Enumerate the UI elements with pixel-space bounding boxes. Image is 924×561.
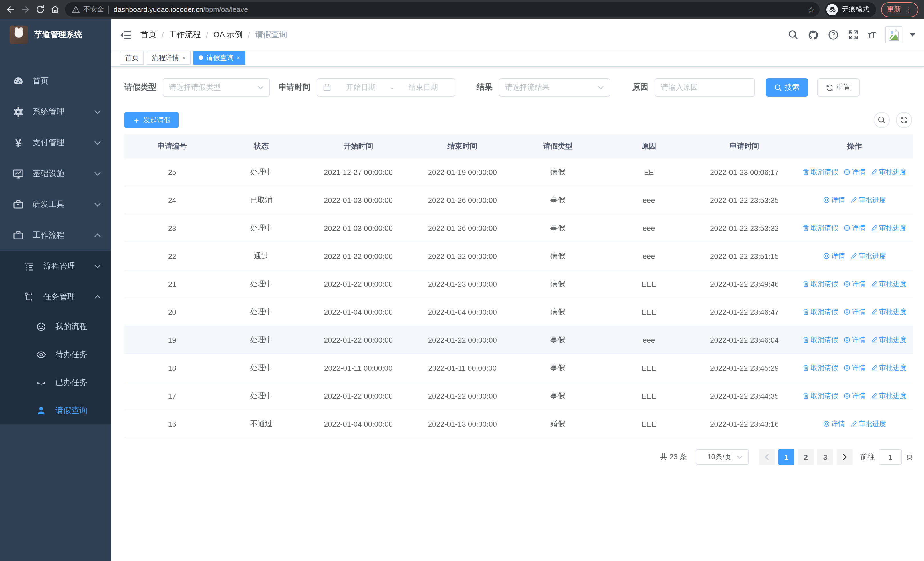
not-secure-badge[interactable]: 不安全	[72, 5, 104, 14]
help-icon[interactable]	[828, 30, 838, 40]
detail-action-link[interactable]: 详情	[823, 419, 845, 429]
end-time-cell: 2022-01-26 00:00:00	[414, 196, 511, 204]
sidebar-item-leave-query[interactable]: 请假查询	[0, 397, 111, 424]
tab-home[interactable]: 首页	[120, 51, 144, 65]
search-button[interactable]: 搜索	[766, 78, 808, 96]
detail-action-link[interactable]: 详情	[843, 335, 866, 345]
trash-icon	[802, 281, 809, 287]
cancel-action-link[interactable]: 取消请假	[802, 307, 838, 317]
update-label: 更新	[887, 5, 901, 14]
detail-action-link[interactable]: 详情	[843, 307, 866, 317]
detail-action-link[interactable]: 详情	[843, 391, 866, 401]
table-row: 23处理中2022-01-03 00:00:002022-01-26 00:00…	[124, 214, 913, 242]
start-date-input[interactable]: 开始日期	[335, 82, 387, 93]
refresh-icon	[900, 116, 908, 124]
sidebar-item-process-mgmt[interactable]: 流程管理	[0, 251, 111, 282]
bookmark-star-icon[interactable]: ☆	[807, 5, 815, 14]
cancel-action-link[interactable]: 取消请假	[802, 223, 838, 233]
browser-menu-icon[interactable]: ⋮	[905, 6, 913, 13]
progress-action-link[interactable]: 审批进度	[850, 195, 886, 205]
status-cell: 已取消	[220, 195, 303, 205]
breadcrumb-workflow[interactable]: 工作流程	[169, 30, 201, 40]
reason-input[interactable]: 请输入原因	[655, 78, 755, 96]
sidebar-collapse-icon[interactable]	[120, 29, 131, 41]
progress-action-link[interactable]: 审批进度	[871, 363, 907, 373]
page-button-1[interactable]: 1	[778, 449, 795, 465]
status-cell: 处理中	[220, 167, 303, 177]
progress-action-link[interactable]: 审批进度	[871, 167, 907, 177]
progress-action-link[interactable]: 审批进度	[850, 419, 886, 429]
cancel-action-link[interactable]: 取消请假	[802, 279, 838, 289]
browser-reload-icon[interactable]	[35, 5, 45, 14]
sidebar-item-workflow[interactable]: 工作流程	[0, 220, 111, 251]
sidebar-item-system[interactable]: 系统管理	[0, 96, 111, 127]
search-icon[interactable]	[788, 30, 798, 40]
browser-home-icon[interactable]	[50, 5, 60, 14]
sidebar-item-infrastructure[interactable]: 基础设施	[0, 158, 111, 189]
tab-leave-query[interactable]: 请假查询 ×	[194, 51, 245, 65]
detail-action-link[interactable]: 详情	[823, 251, 845, 261]
breadcrumb-home[interactable]: 首页	[140, 30, 156, 40]
sidebar-item-todo-tasks[interactable]: 待办任务	[0, 340, 111, 368]
result-select[interactable]: 请选择流结果	[499, 78, 610, 96]
user-avatar[interactable]	[885, 26, 902, 44]
fullscreen-icon[interactable]	[848, 30, 858, 40]
top-navbar: 首页 / 工作流程 / OA 示例 / 请假查询	[111, 19, 924, 51]
create-leave-button[interactable]: ＋ 发起请假	[124, 112, 178, 128]
browser-forward-icon[interactable]	[21, 5, 30, 14]
cancel-action-link[interactable]: 取消请假	[802, 391, 838, 401]
table-refresh-button[interactable]	[896, 112, 912, 128]
sidebar-item-payment[interactable]: ¥ 支付管理	[0, 127, 111, 158]
trash-icon	[802, 168, 809, 175]
end-time-cell: 2022-01-19 00:00:00	[414, 168, 511, 176]
avatar-caret-icon[interactable]	[910, 33, 915, 36]
apply-time-range-picker[interactable]: 开始日期 - 结束日期	[317, 78, 455, 96]
reason-cell: EEE	[604, 392, 693, 400]
page-size-select[interactable]: 10条/页	[696, 449, 749, 465]
detail-action-link[interactable]: 详情	[843, 167, 866, 177]
logo-row[interactable]: 芋道管理系统	[0, 19, 111, 51]
close-icon[interactable]: ×	[182, 54, 186, 61]
detail-action-link[interactable]: 详情	[823, 195, 845, 205]
address-bar[interactable]: 不安全 dashboard.yudao.iocoder.cn/bpm/oa/le…	[65, 2, 819, 17]
browser-back-icon[interactable]	[6, 5, 15, 14]
cancel-action-link[interactable]: 取消请假	[802, 167, 838, 177]
github-icon[interactable]	[808, 30, 818, 40]
breadcrumb-oa-example[interactable]: OA 示例	[213, 30, 243, 40]
goto-page-input[interactable]: 1	[879, 449, 902, 465]
view-icon	[843, 393, 850, 399]
page-button-3[interactable]: 3	[817, 449, 833, 465]
tab-process-detail[interactable]: 流程详情 ×	[147, 51, 191, 65]
detail-action-link[interactable]: 详情	[843, 223, 866, 233]
actions-cell: 详情审批进度	[796, 251, 913, 261]
progress-action-link[interactable]: 审批进度	[871, 391, 907, 401]
detail-action-link[interactable]: 详情	[843, 363, 866, 373]
leave-type-select[interactable]: 请选择请假类型	[163, 78, 270, 96]
progress-action-link[interactable]: 审批进度	[871, 223, 907, 233]
end-date-input[interactable]: 结束日期	[397, 82, 449, 93]
table-search-toggle-button[interactable]	[874, 112, 890, 128]
font-size-icon[interactable]: ᴛT	[868, 30, 876, 39]
close-icon[interactable]: ×	[237, 54, 240, 61]
actions-cell: 取消请假详情审批进度	[796, 223, 913, 233]
sidebar-item-task-mgmt[interactable]: 任务管理	[0, 282, 111, 313]
prev-page-button[interactable]	[759, 449, 775, 465]
leave-type-cell: 病假	[511, 307, 604, 317]
sidebar-item-my-process[interactable]: 我的流程	[0, 313, 111, 340]
next-page-button[interactable]	[837, 449, 853, 465]
sidebar-item-devtools[interactable]: 研发工具	[0, 189, 111, 220]
cancel-action-link[interactable]: 取消请假	[802, 335, 838, 345]
table-row: 24已取消2022-01-03 00:00:002022-01-26 00:00…	[124, 186, 913, 214]
reset-button[interactable]: 重置	[817, 78, 860, 96]
progress-action-link[interactable]: 审批进度	[850, 251, 886, 261]
detail-action-link[interactable]: 详情	[843, 279, 866, 289]
sidebar-item-home[interactable]: 首页	[0, 66, 111, 96]
progress-action-link[interactable]: 审批进度	[871, 335, 907, 345]
progress-action-link[interactable]: 审批进度	[871, 279, 907, 289]
page-button-2[interactable]: 2	[798, 449, 814, 465]
sidebar-item-done-tasks[interactable]: 已办任务	[0, 368, 111, 397]
cancel-action-link[interactable]: 取消请假	[802, 363, 838, 373]
browser-update-button[interactable]: 更新 ⋮	[881, 2, 918, 17]
progress-action-link[interactable]: 审批进度	[871, 307, 907, 317]
end-time-cell: 2022-01-04 00:00:00	[414, 308, 511, 316]
